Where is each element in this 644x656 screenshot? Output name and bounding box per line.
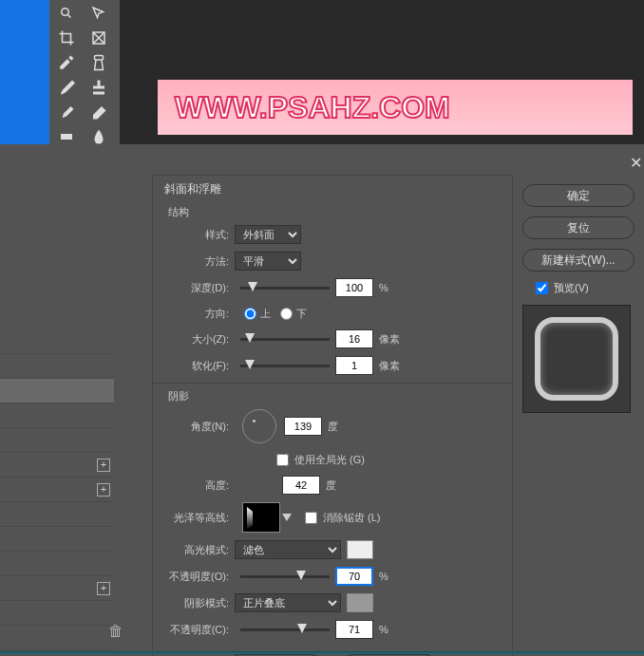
crop-tool[interactable] [51, 27, 82, 49]
new-style-button[interactable]: 新建样式(W)... [522, 249, 635, 272]
opacity-o-input[interactable] [335, 567, 373, 586]
angle-wheel[interactable] [242, 409, 276, 443]
direction-down-label: 下 [296, 307, 307, 321]
style-row[interactable] [0, 329, 114, 354]
shadow-title: 阴影 [153, 387, 512, 405]
spot-heal-tool[interactable] [84, 51, 114, 74]
style-row[interactable] [0, 552, 114, 576]
right-column: 确定 复位 新建样式(W)... 预览(V) [522, 184, 642, 413]
size-slider[interactable] [240, 338, 330, 341]
style-label: 样式: [153, 228, 235, 242]
history-brush-tool[interactable] [51, 101, 82, 123]
shadow-color-swatch[interactable] [347, 593, 373, 612]
percent-unit: % [379, 571, 388, 582]
style-row[interactable]: + [0, 478, 114, 502]
degree-unit: 度 [328, 420, 338, 434]
frame-tool[interactable] [84, 27, 114, 49]
style-row-selected[interactable] [0, 379, 114, 403]
toolbar [49, 0, 120, 144]
direction-up-label: 上 [260, 307, 271, 321]
size-label: 大小(Z): [153, 332, 235, 347]
style-row[interactable] [0, 403, 114, 428]
technique-label: 方法: [153, 254, 235, 269]
depth-input[interactable] [335, 278, 373, 297]
quick-select-tool[interactable] [84, 2, 114, 25]
highlight-color-swatch[interactable] [347, 540, 373, 559]
direction-label: 方向: [153, 307, 235, 321]
angle-input[interactable] [284, 417, 322, 436]
eyedropper-tool[interactable] [51, 51, 82, 74]
ok-button[interactable]: 确定 [522, 184, 635, 207]
canvas: WWW.PSAHZ.COM [120, 0, 644, 144]
bevel-panel: 斜面和浮雕 结构 样式: 外斜面 方法: 平滑 深度(D): % 方向: 上 下… [152, 175, 513, 656]
soften-slider[interactable] [240, 365, 330, 367]
close-icon[interactable]: ✕ [630, 154, 642, 172]
altitude-label: 高度: [153, 478, 235, 493]
opacity-c-input[interactable] [335, 620, 373, 639]
depth-label: 深度(D): [153, 281, 235, 295]
opacity-o-slider[interactable] [240, 575, 330, 578]
shadow-mode-label: 阴影模式: [153, 596, 235, 610]
technique-select[interactable]: 平滑 [235, 252, 301, 271]
highlight-mode-select[interactable]: 滤色 [235, 540, 341, 559]
styles-list: + + + + [0, 329, 114, 656]
gloss-label: 光泽等高线: [153, 511, 235, 525]
antialias-checkbox[interactable] [305, 512, 317, 524]
style-row[interactable] [0, 527, 114, 552]
trash-icon[interactable]: 🗑 [108, 623, 123, 640]
eraser-tool[interactable] [84, 101, 114, 123]
style-row[interactable] [0, 601, 114, 626]
percent-unit: % [379, 282, 388, 293]
style-row[interactable] [0, 354, 114, 379]
altitude-input[interactable] [282, 476, 320, 495]
style-row[interactable] [0, 626, 114, 650]
stamp-tool[interactable] [84, 76, 114, 99]
preview-box [522, 305, 631, 413]
svg-rect-2 [95, 56, 104, 61]
layer-style-dialog: ✕ + + + + 🗑 斜面和浮雕 结构 样式: 外斜面 方法: 平滑 深度(D… [0, 144, 644, 656]
size-input[interactable] [335, 329, 373, 348]
chevron-down-icon[interactable] [282, 514, 292, 521]
global-light-checkbox[interactable] [276, 454, 289, 466]
antialias-label: 消除锯齿 (L) [323, 511, 381, 525]
left-panel [0, 0, 49, 144]
direction-up-radio[interactable] [244, 308, 256, 320]
direction-down-radio[interactable] [280, 308, 293, 320]
depth-slider[interactable] [240, 287, 330, 290]
structure-title: 结构 [153, 203, 512, 221]
opacity-c-label: 不透明度(C): [153, 623, 235, 637]
gloss-contour[interactable] [242, 502, 280, 533]
soften-input[interactable] [335, 356, 373, 375]
percent-unit: % [379, 624, 388, 635]
banner: WWW.PSAHZ.COM [158, 80, 633, 135]
shadow-mode-select[interactable]: 正片叠底 [235, 593, 341, 612]
soften-label: 软化(F): [153, 359, 235, 373]
opacity-o-label: 不透明度(O): [153, 570, 235, 584]
banner-text: WWW.PSAHZ.COM [175, 90, 450, 125]
style-select[interactable]: 外斜面 [235, 225, 301, 244]
pixels-unit: 像素 [379, 332, 400, 347]
degree-unit: 度 [326, 478, 336, 493]
style-row[interactable] [0, 502, 114, 527]
cancel-button[interactable]: 复位 [522, 216, 635, 239]
opacity-c-slider[interactable] [240, 628, 330, 631]
magic-wand-tool[interactable] [51, 2, 82, 25]
svg-point-0 [62, 9, 69, 16]
bottom-accent [0, 651, 644, 654]
plus-icon[interactable]: + [97, 582, 110, 595]
preview-shape [535, 317, 618, 401]
svg-rect-3 [61, 134, 72, 140]
pixels-unit: 像素 [379, 359, 400, 373]
global-light-label: 使用全局光 (G) [294, 453, 365, 467]
style-row[interactable]: + [0, 453, 114, 478]
plus-icon[interactable]: + [97, 459, 110, 472]
plus-icon[interactable]: + [97, 483, 110, 497]
style-row[interactable] [0, 428, 114, 453]
preview-label: 预览(V) [554, 281, 589, 295]
preview-checkbox[interactable] [536, 282, 548, 294]
brush-tool[interactable] [51, 76, 82, 99]
style-row[interactable]: + [0, 576, 114, 601]
highlight-mode-label: 高光模式: [153, 543, 235, 557]
angle-label: 角度(N): [153, 420, 235, 434]
bevel-title: 斜面和浮雕 [153, 176, 512, 203]
